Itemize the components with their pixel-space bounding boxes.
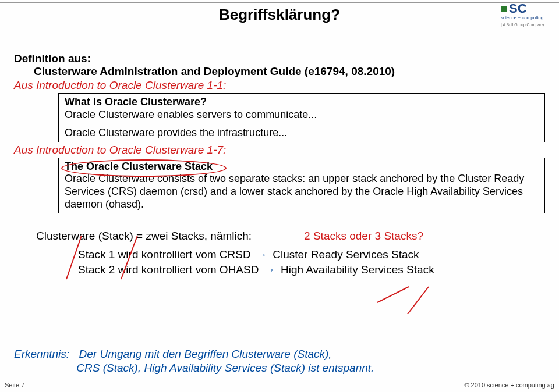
stack-1-left: Stack 1 wird kontrolliert vom CRSD [78,248,251,261]
stack-2-row: Stack 2 wird kontrolliert vom OHASD → Hi… [78,262,545,277]
logo-subtitle: science + computing [501,15,553,20]
erkenntnis-text-1: Der Umgang mit den Begriffen Clusterware… [79,348,332,360]
footer-copyright: © 2010 science + computing ag [464,382,554,389]
box1-line2: Oracle Clusterware provides the infrastr… [65,127,539,140]
footer-page-number: Seite 7 [5,382,24,389]
definition-source: Clusterware Administration and Deploymen… [34,65,545,78]
erkenntnis-text-2: CRS (Stack), High Availability Services … [76,362,374,374]
stack-2-right: High Availability Services Stack [281,263,434,276]
box2-paragraph: Oracle Clusterware consists of two separ… [65,173,539,211]
intro-1-7: Aus Introduction to Oracle Clusterware 1… [14,144,545,156]
stack-2-left: Stack 2 wird kontrolliert vom OHASD [78,263,259,276]
stack-1-right: Cluster Ready Services Stack [273,248,419,261]
page-title: Begriffsklärung? [0,6,559,24]
logo-initials: SC [509,2,527,15]
logo-bull-line: | A Bull Group Company [501,22,553,27]
company-logo: SC science + computing | A Bull Group Co… [501,2,553,27]
stack-1-row: Stack 1 wird kontrolliert vom CRSD → Clu… [78,247,545,262]
definition-label: Definition aus: [14,52,545,65]
box1-line1: Oracle Clusterware enables servers to co… [65,109,539,122]
erkenntnis-label: Erkenntnis: [14,348,69,360]
quote-box-2: The Oracle Clusterware Stack Oracle Clus… [58,158,545,213]
box1-question: What is Oracle Clusterware? [65,96,539,109]
box2-title: The Oracle Clusterware Stack [65,161,213,172]
quote-box-1: What is Oracle Clusterware? Oracle Clust… [58,93,545,142]
clusterware-line: Clusterware (Stack) = zwei Stacks, nämli… [36,230,252,243]
stacks-question: 2 Stacks oder 3 Stacks? [304,230,423,243]
arrow-icon: → [254,248,270,261]
intro-1-1: Aus Introduction to Oracle Clusterware 1… [14,79,545,92]
arrow-icon: → [262,263,278,276]
logo-square-icon [501,6,507,12]
erkenntnis-block: Erkenntnis: Der Umgang mit den Begriffen… [14,347,545,376]
